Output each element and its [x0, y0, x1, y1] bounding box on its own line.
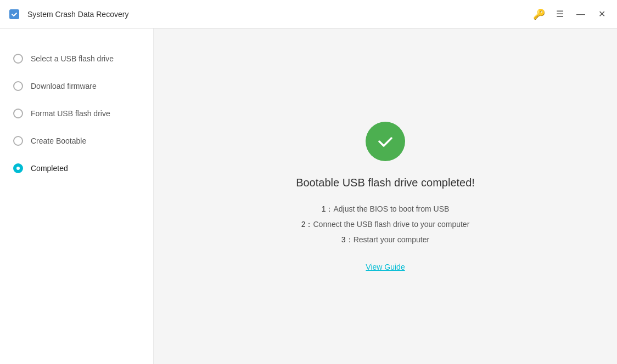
- step-desc-1: Adjust the BIOS to boot from USB: [333, 204, 449, 213]
- app-title: System Crash Data Recovery: [27, 10, 530, 19]
- app-icon: [7, 7, 22, 22]
- step-circle-download-firmware: [13, 81, 23, 91]
- step-num-1: 1：: [322, 204, 334, 213]
- sidebar-item-completed: Completed: [0, 155, 153, 182]
- sidebar-label-create-bootable: Create Bootable: [31, 136, 86, 145]
- completion-title: Bootable USB flash drive completed!: [296, 177, 475, 189]
- view-guide-button[interactable]: View Guide: [366, 263, 405, 271]
- close-icon: ✕: [598, 9, 605, 19]
- sidebar-item-select-usb: Select a USB flash drive: [0, 45, 153, 72]
- menu-icon: ☰: [556, 9, 564, 19]
- sidebar-label-download-firmware: Download firmware: [31, 82, 97, 90]
- step-desc-2: Connect the USB flash drive to your comp…: [313, 220, 469, 229]
- sidebar-item-format-usb: Format USB flash drive: [0, 100, 153, 127]
- sidebar-item-download-firmware: Download firmware: [0, 72, 153, 100]
- titlebar: System Crash Data Recovery 🔑 ☰ — ✕: [0, 0, 617, 29]
- step-circle-select-usb: [13, 54, 23, 64]
- sidebar: Select a USB flash drive Download firmwa…: [0, 29, 154, 364]
- next-step-3: 3：Restart your computer: [301, 235, 470, 245]
- main-layout: Select a USB flash drive Download firmwa…: [0, 29, 617, 364]
- content-area: Bootable USB flash drive completed! 1：Ad…: [154, 29, 617, 364]
- step-circle-format-usb: [13, 109, 23, 118]
- success-icon-circle: [366, 122, 405, 161]
- step-num-3: 3：: [341, 235, 354, 244]
- step-circle-completed: [13, 163, 23, 173]
- next-steps-list: 1：Adjust the BIOS to boot from USB 2：Con…: [301, 204, 470, 245]
- step-num-2: 2：: [301, 220, 313, 229]
- key-button[interactable]: 🔑: [530, 5, 548, 23]
- key-icon: 🔑: [533, 8, 545, 20]
- minimize-icon: —: [576, 9, 585, 19]
- menu-button[interactable]: ☰: [551, 5, 569, 23]
- checkmark-icon: [375, 131, 396, 152]
- window-controls: 🔑 ☰ — ✕: [530, 5, 610, 23]
- sidebar-label-format-usb: Format USB flash drive: [31, 109, 110, 118]
- minimize-button[interactable]: —: [572, 5, 590, 23]
- step-circle-create-bootable: [13, 136, 23, 146]
- sidebar-item-create-bootable: Create Bootable: [0, 127, 153, 155]
- next-step-2: 2：Connect the USB flash drive to your co…: [301, 220, 470, 230]
- sidebar-label-select-usb: Select a USB flash drive: [31, 54, 114, 63]
- close-button[interactable]: ✕: [593, 5, 610, 23]
- sidebar-label-completed: Completed: [31, 164, 68, 173]
- next-step-1: 1：Adjust the BIOS to boot from USB: [301, 204, 470, 214]
- svg-rect-0: [9, 9, 19, 19]
- step-desc-3: Restart your computer: [354, 235, 430, 244]
